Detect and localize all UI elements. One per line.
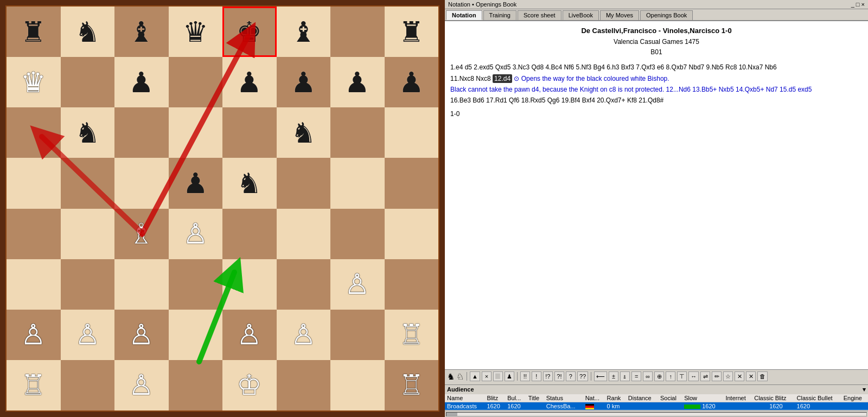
square-h2[interactable]: ♖ (385, 310, 439, 360)
audience-row-broadcasts[interactable]: Broadcasts 1620 1620 ChessBa... 0 km 162… (445, 402, 868, 410)
toolbar-arrow-up[interactable]: ↑ (666, 371, 675, 381)
toolbar-q1[interactable]: ? (566, 371, 576, 381)
col-classic-bullet[interactable]: Classic Bullet (795, 394, 841, 402)
square-g6[interactable] (330, 107, 385, 158)
col-blitz[interactable]: Blitz (484, 394, 505, 402)
square-e8[interactable]: ♚ (222, 7, 277, 57)
square-g8[interactable] (330, 7, 385, 57)
audience-scroll-arrow[interactable]: ▾ (863, 386, 866, 393)
tab-score-sheet[interactable]: Score sheet (518, 10, 561, 20)
square-c3[interactable] (114, 259, 169, 310)
toolbar-exclaim-q[interactable]: !? (543, 371, 553, 381)
toolbar-inf[interactable]: ∞ (643, 371, 653, 381)
square-e5[interactable]: ♞ (222, 158, 277, 208)
square-f3[interactable] (277, 259, 331, 310)
toolbar-x1[interactable]: ✕ (735, 371, 744, 381)
square-e2[interactable]: ♙ (222, 310, 277, 360)
square-c5[interactable] (114, 158, 169, 208)
col-slow[interactable]: Slow (682, 394, 723, 402)
tab-my-moves[interactable]: My Moves (600, 10, 639, 20)
col-engine[interactable]: Engine (841, 394, 868, 402)
square-a1[interactable]: ♖ (7, 360, 61, 410)
col-social[interactable]: Social (658, 394, 682, 402)
square-h5[interactable] (385, 158, 439, 208)
square-h8[interactable]: ♜ (385, 7, 439, 57)
square-e7[interactable]: ♟ (222, 57, 277, 107)
square-b4[interactable] (61, 209, 115, 259)
square-f7[interactable]: ♟ (277, 57, 331, 107)
toolbar-pawn-up[interactable]: ▲ (470, 371, 480, 381)
square-a3[interactable] (7, 259, 61, 310)
col-nat[interactable]: Nat... (583, 394, 605, 402)
toolbar-plus-minus[interactable]: ± (609, 371, 618, 381)
square-d1[interactable] (169, 360, 223, 410)
col-distance[interactable]: Distance (626, 394, 658, 402)
toolbar-exclaim2[interactable]: !! (520, 371, 530, 381)
square-g5[interactable] (330, 158, 385, 208)
square-b2[interactable]: ♙ (61, 310, 115, 360)
square-c7[interactable]: ♟ (114, 57, 169, 107)
scrollbar-bottom[interactable] (445, 410, 868, 417)
square-a6[interactable] (7, 107, 61, 158)
scroll-track[interactable] (446, 412, 867, 416)
toolbar-pawn[interactable]: ♟ (505, 371, 514, 381)
toolbar-exclaim1[interactable]: ! (532, 371, 541, 381)
toolbar-bar[interactable]: 𝄚 (493, 371, 503, 381)
tab-livebook[interactable]: LiveBook (563, 10, 599, 20)
toolbar-circle-plus[interactable]: ⊕ (654, 371, 664, 381)
square-a8[interactable]: ♜ (7, 7, 61, 57)
square-b6[interactable]: ♞ (61, 107, 115, 158)
square-c8[interactable]: ♝ (114, 7, 169, 57)
square-d2[interactable] (169, 310, 223, 360)
square-d8[interactable]: ♛ (169, 7, 223, 57)
toolbar-lr-arrow[interactable]: ↔ (688, 371, 699, 381)
col-internet[interactable]: Internet (723, 394, 752, 402)
tab-openings-book[interactable]: Openings Book (640, 10, 693, 20)
square-f5[interactable] (277, 158, 331, 208)
square-h3[interactable] (385, 259, 439, 310)
square-e1[interactable]: ♔ (222, 360, 277, 410)
square-h4[interactable] (385, 209, 439, 259)
square-a5[interactable] (7, 158, 61, 208)
square-a7[interactable]: ♛ (7, 57, 61, 107)
square-a2[interactable]: ♙ (7, 310, 61, 360)
square-d6[interactable] (169, 107, 223, 158)
toolbar-pencil[interactable]: ✏ (712, 371, 722, 381)
toolbar-eq[interactable]: = (631, 371, 641, 381)
square-e3[interactable] (222, 259, 277, 310)
square-f4[interactable] (277, 209, 331, 259)
toolbar-x2[interactable]: ✕ (746, 371, 756, 381)
square-g2[interactable] (330, 310, 385, 360)
square-g7[interactable]: ♟ (330, 57, 385, 107)
toolbar-q2[interactable]: ?? (577, 371, 588, 381)
toolbar-plus-eq[interactable]: ⩲ (620, 371, 630, 381)
square-e6[interactable] (222, 107, 277, 158)
square-g3[interactable]: ♙ (330, 259, 385, 310)
square-g1[interactable] (330, 360, 385, 410)
col-name[interactable]: Name (445, 394, 484, 402)
square-f6[interactable]: ♞ (277, 107, 331, 158)
square-f1[interactable] (277, 360, 331, 410)
square-h1[interactable]: ♖ (385, 360, 439, 410)
square-f2[interactable]: ♙ (277, 310, 331, 360)
square-d3[interactable] (169, 259, 223, 310)
move-12-highlight[interactable]: 12.d4 (493, 74, 512, 83)
col-status[interactable]: Status (544, 394, 583, 402)
square-c4[interactable]: ♗ (114, 209, 169, 259)
toolbar-cross[interactable]: × (482, 371, 492, 381)
square-b8[interactable]: ♞ (61, 7, 115, 57)
square-c1[interactable]: ♙ (114, 360, 169, 410)
square-b5[interactable] (61, 158, 115, 208)
square-b3[interactable] (61, 259, 115, 310)
square-f8[interactable]: ♝ (277, 7, 331, 57)
square-d5[interactable]: ♟ (169, 158, 223, 208)
square-g4[interactable] (330, 209, 385, 259)
tab-training[interactable]: Training (483, 10, 516, 20)
col-title[interactable]: Title (526, 394, 544, 402)
square-d7[interactable] (169, 57, 223, 107)
square-c6[interactable] (114, 107, 169, 158)
toolbar-star[interactable]: ☆ (723, 371, 733, 381)
toolbar-top[interactable]: ⊤ (677, 371, 687, 381)
notation-panel[interactable]: De Castellvi,Francisco - Vinoles,Narcisc… (445, 21, 868, 369)
col-rank[interactable]: Rank (605, 394, 626, 402)
